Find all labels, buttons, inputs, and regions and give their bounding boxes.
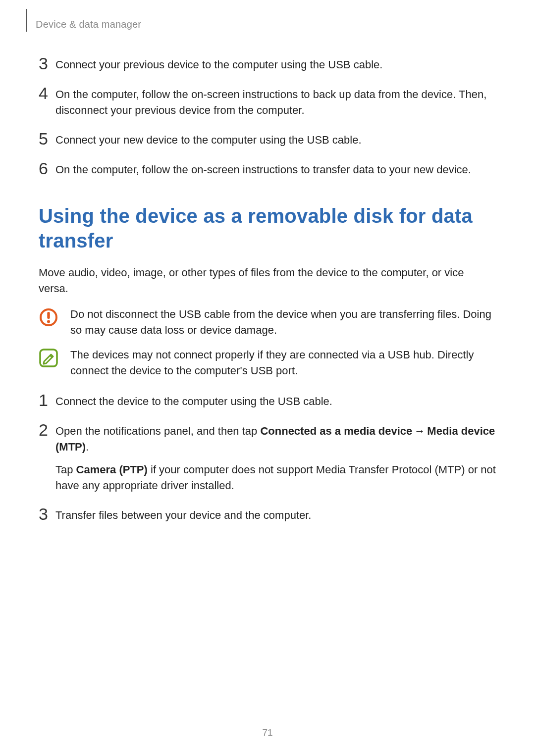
step-item: 3 Connect your previous device to the co… (39, 56, 496, 73)
svg-rect-1 (47, 312, 50, 319)
step-item: 2 Open the notifications panel, and then… (39, 422, 496, 494)
step-item: 5 Connect your new device to the compute… (39, 131, 496, 148)
warning-text: Do not disconnect the USB cable from the… (70, 306, 496, 338)
step-item: 4 On the computer, follow the on-screen … (39, 86, 496, 118)
arrow-icon: → (412, 425, 427, 437)
steps-removable-disk: 1 Connect the device to the computer usi… (39, 393, 496, 523)
step2-extra: Tap Camera (PTP) if your computer does n… (55, 462, 496, 494)
step2-extra-bold: Camera (PTP) (76, 463, 148, 476)
step-text: On the computer, follow the on-screen in… (55, 161, 496, 178)
svg-point-2 (47, 320, 50, 323)
step-number: 3 (39, 56, 55, 71)
page-number: 71 (0, 727, 535, 738)
step-text: Open the notifications panel, and then t… (55, 422, 496, 494)
intro-paragraph: Move audio, video, image, or other types… (39, 265, 496, 297)
step-number: 2 (39, 422, 55, 437)
step-item: 3 Transfer files between your device and… (39, 506, 496, 523)
step-number: 5 (39, 131, 55, 146)
step-number: 1 (39, 393, 55, 407)
note-text: The devices may not connect properly if … (70, 347, 496, 379)
step-number: 6 (39, 161, 55, 176)
step-text: On the computer, follow the on-screen in… (55, 86, 496, 118)
step-number: 4 (39, 86, 55, 101)
manual-page: Device & data manager 3 Connect your pre… (0, 0, 535, 756)
note-callout: The devices may not connect properly if … (39, 347, 496, 379)
header-rule (26, 9, 27, 32)
step-item: 6 On the computer, follow the on-screen … (39, 161, 496, 178)
steps-continued: 3 Connect your previous device to the co… (39, 56, 496, 178)
step-number: 3 (39, 506, 55, 521)
step-text: Transfer files between your device and t… (55, 506, 496, 523)
alert-icon (39, 307, 58, 327)
warning-callout: Do not disconnect the USB cable from the… (39, 306, 496, 338)
section-heading: Using the device as a removable disk for… (39, 203, 496, 253)
step-text: Connect your new device to the computer … (55, 131, 496, 148)
step-item: 1 Connect the device to the computer usi… (39, 393, 496, 409)
step-text: Connect your previous device to the comp… (55, 56, 496, 73)
breadcrumb: Device & data manager (36, 19, 496, 30)
step-text: Connect the device to the computer using… (55, 393, 496, 409)
step2-extra-lead: Tap (55, 463, 76, 476)
step2-lead: Open the notifications panel, and then t… (55, 425, 260, 437)
pencil-square-icon (39, 348, 58, 368)
step2-bold1: Connected as a media device (260, 425, 412, 437)
step2-tail1: . (86, 441, 89, 453)
